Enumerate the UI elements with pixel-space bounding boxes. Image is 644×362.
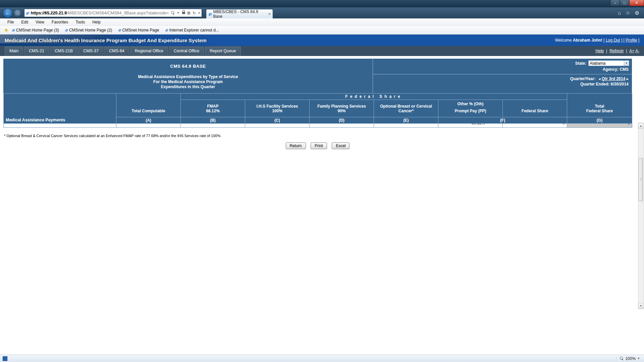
security-lock-icon [182,12,185,14]
favicon-icon: e [65,27,68,33]
quarter-prev-icon[interactable]: ◄ [598,77,601,81]
menu-view[interactable]: View [36,20,44,24]
quarter-year-value[interactable]: Qtr 3rd 2014 [602,76,625,81]
col-letter-a: (A) [116,117,181,124]
col-letter-d: (D) [310,117,374,124]
select-caret-icon: ▼ [624,61,629,66]
favorites-star-icon[interactable]: ☆ [626,10,630,16]
action-buttons: Return Print Excel [3,142,632,149]
scroll-down-icon[interactable]: ▼ [638,303,643,309]
nav-tab-cms37[interactable]: CMS-37 [78,47,103,55]
quarter-year-label: Quarter/Year: [570,76,595,81]
favorite-link[interactable]: eCMSnet Home Page (3) [12,27,59,33]
expenditure-table: Medical Assistance Payments Total Comput… [3,93,632,128]
menu-file[interactable]: File [7,20,14,24]
favorite-link[interactable]: eInternet Explorer cannot d... [165,27,219,33]
maximize-button[interactable]: □ [620,0,629,6]
row-header-label: Medical Assistance Payments [4,94,116,124]
col-header-family-planning: Family Planning Services90% [310,100,374,117]
tab-close-icon[interactable]: × [268,12,271,16]
quarter-next-icon[interactable]: ► [626,77,629,81]
zoom-control[interactable]: 100% ▼ [616,356,641,361]
col-header-total-computable: Total Computable [116,94,181,117]
partial-scrolled-row: 68.12% 0 0 [4,124,632,128]
app-title: Medicaid And Children's Health Insurance… [5,38,207,43]
col-header-ihs: I.H.S Facility Services100% [245,100,310,117]
nav-tab-report-queue[interactable]: Report Queue [205,47,241,55]
state-label: State: [575,61,586,66]
menu-favorites[interactable]: Favorites [52,20,68,24]
table-body: 68.12% 0 0 [4,124,632,128]
nav-tab-cms21b[interactable]: CMS-21B [50,47,77,55]
search-dropdown-icon[interactable]: ▼ [177,11,179,14]
tab-favicon: e [208,11,212,17]
excel-button[interactable]: Excel [332,142,350,149]
app-banner: Medicaid And Children's Health Insurance… [0,35,644,46]
favorite-link[interactable]: eCMSnet Home Page (2) [65,27,112,33]
favorites-bar-star-icon[interactable]: ★ [4,27,8,33]
forward-button[interactable]: → [13,9,21,17]
zoom-level: 100% [625,356,636,361]
menu-help[interactable]: Help [92,20,101,24]
nav-tab-central-office[interactable]: Central Office [169,47,204,55]
col-letter-g: (G) [567,117,632,124]
address-bar[interactable]: e https://65.220.21.9/MBESCBES/CMS64/CMS… [24,9,202,17]
return-button[interactable]: Return [286,142,306,149]
back-button[interactable]: ← [3,8,13,18]
profile-link[interactable]: Profile [626,38,637,43]
header-divider [373,74,632,74]
form-subtitle: Medical Assistance Expenditures by Type … [3,74,373,89]
col-letter-e: (E) [374,117,438,124]
app-navbar: Main CMS-21 CMS-21B CMS-37 CMS-64 Region… [0,46,644,56]
search-icon[interactable] [171,11,175,15]
footnote: * Optional Breast & Cervical Cancer Serv… [4,134,632,138]
zoom-caret-icon: ▼ [637,357,640,360]
tab-title: MBES/CBES - CMS 64.9 Base [213,9,268,19]
agency-label: Agency: CMS [603,67,629,72]
quarter-ended-label: Quarter Ended: 6/30/2014 [580,82,629,86]
minimize-button[interactable]: – [610,0,620,6]
favorite-link[interactable]: eCMSnet Home Page [118,27,159,33]
nav-tab-main[interactable]: Main [5,47,23,55]
scrollbar-thumb[interactable] [639,158,643,201]
stop-icon[interactable]: × [198,11,200,15]
nav-utility-links: Help|Refresh|A+ A- [595,49,639,53]
table-scrollbar[interactable]: ▲ ▼ [638,123,644,309]
favicon-icon: e [12,27,14,33]
home-icon[interactable]: ⌂ [618,10,621,16]
nav-tab-cms64[interactable]: CMS-64 [104,47,129,55]
welcome-text: Welcome Abraham John! [ Log Out ] [ Prof… [555,38,639,43]
scroll-up-icon[interactable]: ▲ [638,123,643,129]
col-letter-f: (F) [438,117,567,124]
help-link[interactable]: Help [595,49,604,53]
logout-link[interactable]: Log Out [606,38,620,43]
tools-gear-icon[interactable]: ⚙ [635,10,639,16]
url-text[interactable]: https://65.220.21.9/MBESCBES/CMS64/CMS64… [31,11,169,15]
col-header-breast-cervical: Optional Breast or CervicalCancer* [374,100,438,117]
col-letter-b: (B) [181,117,245,124]
form-title: CMS 64.9 BASE [3,64,373,69]
font-decrease-link[interactable]: A- [635,49,639,53]
nav-tab-cms21[interactable]: CMS-21 [24,47,49,55]
browser-tab[interactable]: e MBES/CBES - CMS 64.9 Base × [206,9,273,18]
form-header: CMS 64.9 BASE Medical Assistance Expendi… [3,59,632,93]
refresh-icon[interactable]: ↻ [193,11,196,15]
compatibility-view-icon[interactable]: ⊠ [187,11,191,15]
nav-tab-regional-office[interactable]: Regional Office [130,47,168,55]
ie-favicon: e [26,10,29,16]
user-name: Abraham John! [573,38,602,43]
browser-chrome: ← → e https://65.220.21.9/MBESCBES/CMS64… [0,7,644,18]
col-header-other-pct: Other % (Oth)Prompt Pay (PP) [438,100,503,117]
menu-edit[interactable]: Edit [21,20,28,24]
state-select[interactable]: Alabama ▼ [588,60,629,66]
refresh-link[interactable]: Refresh [609,49,624,53]
menu-tools[interactable]: Tools [75,20,85,24]
page-content: CMS 64.9 BASE Medical Assistance Expendi… [0,56,644,149]
print-button[interactable]: Print [311,142,327,149]
status-icon [3,356,7,361]
menu-bar: File Edit View Favorites Tools Help [0,18,644,26]
zoom-magnifier-icon [620,357,624,360]
font-increase-link[interactable]: A+ [629,49,634,53]
close-button[interactable]: ✕ [629,0,644,6]
status-bar: 100% ▼ [0,355,644,362]
